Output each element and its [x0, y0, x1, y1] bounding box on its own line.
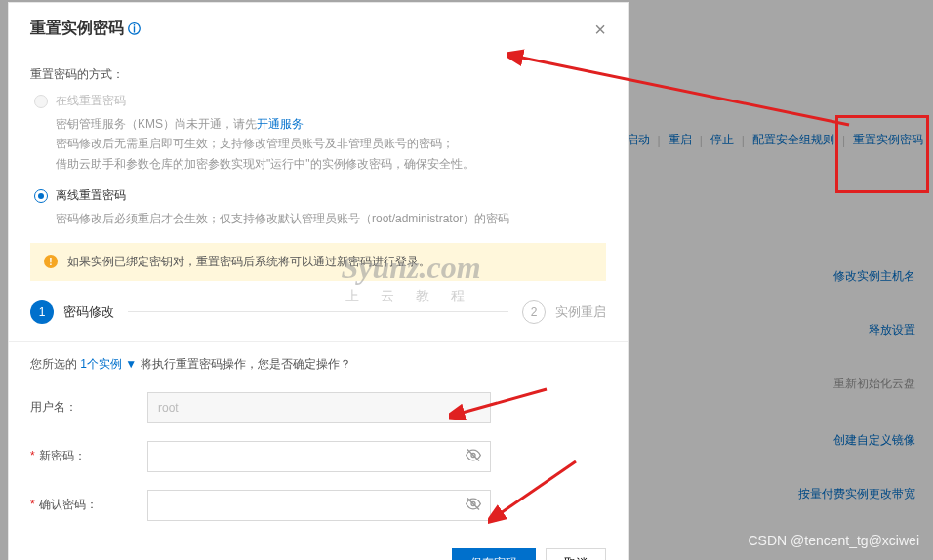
- step-divider: [128, 311, 508, 312]
- radio-offline[interactable]: 离线重置密码 密码修改后必须重启才会生效；仅支持修改默认管理员账号（root/a…: [34, 187, 606, 228]
- username-input: [147, 392, 491, 423]
- step-num-1: 1: [30, 300, 54, 324]
- row-username: 用户名：: [30, 392, 606, 423]
- radio-group: 在线重置密码 密钥管理服务（KMS）尚未开通，请先开通服务 密码修改后无需重启即…: [34, 93, 606, 229]
- confirm-text: 您所选的 1个实例 ▼ 将执行重置密码操作，您是否确定操作？: [30, 356, 606, 373]
- row-newpwd: 新密码：: [30, 441, 606, 472]
- eye-icon[interactable]: [466, 447, 481, 465]
- step-1: 1 密码修改: [30, 300, 114, 324]
- step-label-1: 密码修改: [63, 303, 114, 321]
- radio-title-online: 在线重置密码: [56, 93, 126, 109]
- dialog-body: 重置密码的方式： 在线重置密码 密钥管理服务（KMS）尚未开通，请先开通服务 密…: [9, 49, 628, 560]
- step-num-2: 2: [522, 300, 546, 324]
- reset-password-dialog: 重置实例密码 ⓘ × 重置密码的方式： 在线重置密码 密钥管理服务（KMS）尚未…: [8, 2, 629, 560]
- csdn-watermark: CSDN @tencent_tg@xciwei: [749, 533, 920, 548]
- radio-title-offline: 离线重置密码: [56, 187, 126, 204]
- radio-online[interactable]: 在线重置密码 密钥管理服务（KMS）尚未开通，请先开通服务 密码修改后无需重启即…: [34, 93, 606, 174]
- confirm-password-input[interactable]: [147, 490, 491, 521]
- open-service-link[interactable]: 开通服务: [257, 117, 304, 131]
- label-confirmpwd: 确认密码：: [30, 497, 147, 513]
- label-newpwd: 新密码：: [30, 448, 147, 464]
- radio-desc-online: 密钥管理服务（KMS）尚未开通，请先开通服务 密码修改后无需重启即可生效；支持修…: [56, 114, 606, 174]
- warning-alert: ! 如果实例已绑定密钥对，重置密码后系统将可以通过新密码进行登录。: [30, 243, 606, 281]
- warning-icon: !: [44, 255, 58, 268]
- new-password-input[interactable]: [147, 441, 491, 472]
- alert-text: 如果实例已绑定密钥对，重置密码后系统将可以通过新密码进行登录。: [67, 254, 430, 270]
- dialog-header: 重置实例密码 ⓘ ×: [9, 3, 628, 49]
- dialog-footer: 保存密码 取消: [30, 539, 606, 560]
- dialog-title: 重置实例密码 ⓘ: [30, 19, 141, 39]
- step-label-2: 实例重启: [555, 303, 606, 321]
- close-icon[interactable]: ×: [594, 20, 606, 39]
- method-label: 重置密码的方式：: [30, 66, 606, 83]
- save-button[interactable]: 保存密码: [452, 548, 536, 560]
- highlight-box: [835, 115, 929, 193]
- step-indicator: 1 密码修改 2 实例重启: [30, 300, 606, 324]
- step-2: 2 实例重启: [522, 300, 606, 324]
- eye-icon[interactable]: [466, 496, 481, 514]
- help-icon[interactable]: ⓘ: [128, 20, 141, 38]
- instance-count-dropdown[interactable]: 1个实例 ▼: [80, 357, 137, 371]
- row-confirmpwd: 确认密码：: [30, 490, 606, 521]
- radio-desc-offline: 密码修改后必须重启才会生效；仅支持修改默认管理员账号（root/administ…: [56, 209, 606, 228]
- cancel-button[interactable]: 取消: [546, 548, 606, 560]
- radio-icon-offline: [34, 189, 48, 203]
- radio-icon-online: [34, 95, 48, 108]
- label-username: 用户名：: [30, 399, 147, 416]
